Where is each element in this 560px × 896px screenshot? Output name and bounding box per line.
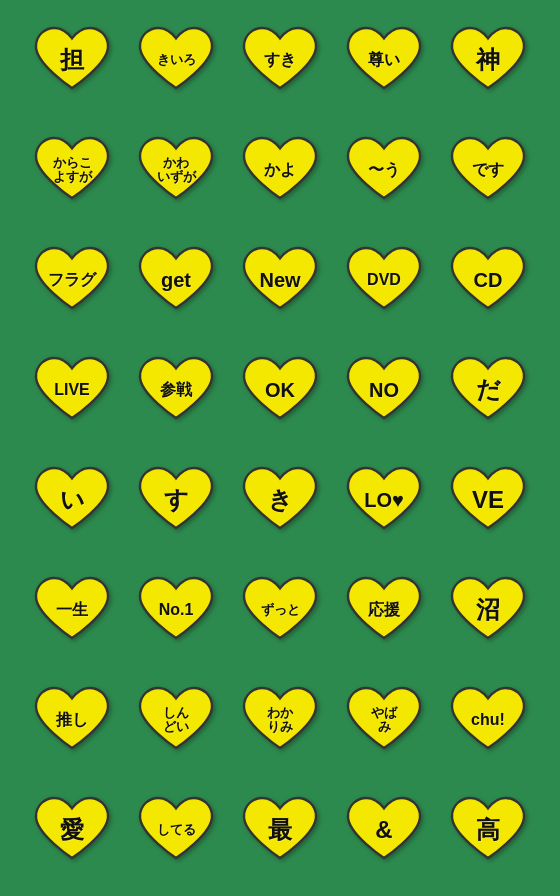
emoji-grid: 担きいろすき尊い神からこよすがかわいずがかよ〜うですフラグgetNewDVDCD… (12, 0, 548, 896)
heart-item-9[interactable]: です (438, 120, 538, 220)
heart-shape (136, 244, 216, 316)
heart-item-25[interactable]: 一生 (22, 560, 122, 660)
heart-item-27[interactable]: ずっと (230, 560, 330, 660)
heart-item-24[interactable]: VE (438, 450, 538, 550)
heart-shape (240, 24, 320, 96)
heart-shape (136, 464, 216, 536)
heart-shape (32, 244, 112, 316)
heart-item-1[interactable]: きいろ (126, 10, 226, 110)
heart-shape (32, 574, 112, 646)
heart-item-28[interactable]: 応援 (334, 560, 434, 660)
heart-shape (32, 794, 112, 866)
heart-item-6[interactable]: かわいずが (126, 120, 226, 220)
heart-shape (344, 794, 424, 866)
heart-shape (32, 464, 112, 536)
heart-item-20[interactable]: い (22, 450, 122, 550)
heart-shape (344, 574, 424, 646)
heart-shape (344, 354, 424, 426)
heart-item-33[interactable]: やばみ (334, 670, 434, 770)
heart-shape (32, 354, 112, 426)
heart-item-22[interactable]: き (230, 450, 330, 550)
heart-item-35[interactable]: 愛 (22, 780, 122, 880)
heart-item-21[interactable]: す (126, 450, 226, 550)
heart-shape (32, 684, 112, 756)
heart-item-26[interactable]: No.1 (126, 560, 226, 660)
heart-shape (136, 24, 216, 96)
heart-shape (240, 794, 320, 866)
heart-item-23[interactable]: LO♥ (334, 450, 434, 550)
heart-shape (344, 244, 424, 316)
heart-shape (136, 574, 216, 646)
heart-shape (32, 134, 112, 206)
heart-shape (136, 684, 216, 756)
heart-shape (240, 354, 320, 426)
heart-item-13[interactable]: DVD (334, 230, 434, 330)
heart-item-38[interactable]: & (334, 780, 434, 880)
heart-shape (344, 134, 424, 206)
heart-shape (448, 684, 528, 756)
heart-shape (448, 134, 528, 206)
heart-shape (240, 464, 320, 536)
heart-item-18[interactable]: NO (334, 340, 434, 440)
heart-shape (344, 684, 424, 756)
heart-item-7[interactable]: かよ (230, 120, 330, 220)
heart-shape (240, 684, 320, 756)
heart-item-0[interactable]: 担 (22, 10, 122, 110)
heart-shape (448, 24, 528, 96)
heart-shape (344, 24, 424, 96)
heart-item-39[interactable]: 高 (438, 780, 538, 880)
heart-shape (240, 574, 320, 646)
heart-item-34[interactable]: chu! (438, 670, 538, 770)
heart-item-29[interactable]: 沼 (438, 560, 538, 660)
heart-shape (448, 794, 528, 866)
heart-item-16[interactable]: 参戦 (126, 340, 226, 440)
heart-shape (136, 354, 216, 426)
heart-item-36[interactable]: してる (126, 780, 226, 880)
heart-item-5[interactable]: からこよすが (22, 120, 122, 220)
heart-item-19[interactable]: だ (438, 340, 538, 440)
heart-item-4[interactable]: 神 (438, 10, 538, 110)
heart-shape (136, 134, 216, 206)
heart-item-14[interactable]: CD (438, 230, 538, 330)
heart-shape (448, 244, 528, 316)
heart-shape (448, 464, 528, 536)
heart-item-8[interactable]: 〜う (334, 120, 434, 220)
heart-shape (136, 794, 216, 866)
heart-item-3[interactable]: 尊い (334, 10, 434, 110)
heart-item-12[interactable]: New (230, 230, 330, 330)
heart-item-30[interactable]: 推し (22, 670, 122, 770)
heart-shape (448, 574, 528, 646)
heart-shape (448, 354, 528, 426)
heart-shape (240, 244, 320, 316)
heart-item-37[interactable]: 最 (230, 780, 330, 880)
heart-item-17[interactable]: OK (230, 340, 330, 440)
heart-item-15[interactable]: LIVE (22, 340, 122, 440)
heart-shape (240, 134, 320, 206)
heart-item-11[interactable]: get (126, 230, 226, 330)
heart-item-32[interactable]: わかりみ (230, 670, 330, 770)
heart-shape (344, 464, 424, 536)
heart-item-10[interactable]: フラグ (22, 230, 122, 330)
heart-shape (32, 24, 112, 96)
heart-item-2[interactable]: すき (230, 10, 330, 110)
heart-item-31[interactable]: しんどい (126, 670, 226, 770)
